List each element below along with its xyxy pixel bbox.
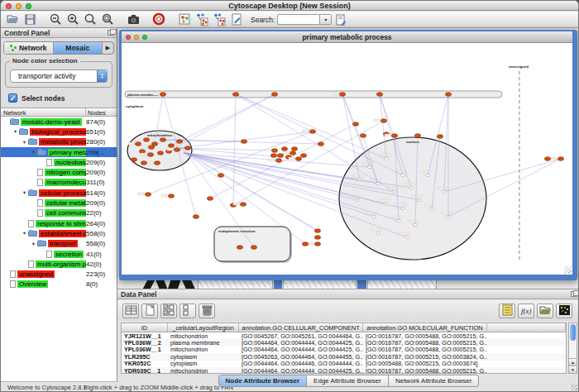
search-config-button[interactable] bbox=[333, 12, 348, 27]
node[interactable] bbox=[148, 146, 154, 150]
layout-2-button[interactable] bbox=[212, 12, 227, 27]
tree-node-label[interactable]: mosaic-demo-yeast bbox=[21, 118, 82, 126]
node[interactable] bbox=[360, 134, 366, 138]
tree-row[interactable]: multi-organism pro42(0) bbox=[1, 259, 117, 269]
node[interactable] bbox=[314, 229, 320, 233]
table-scrollbar[interactable]: ▲▼ bbox=[568, 323, 577, 374]
node[interactable] bbox=[385, 203, 389, 205]
function-builder-button[interactable]: f(x) bbox=[518, 304, 534, 318]
tree-node-label[interactable]: transport bbox=[48, 240, 78, 247]
node[interactable] bbox=[356, 198, 360, 201]
network-close-button[interactable] bbox=[126, 35, 131, 40]
tree-node-label[interactable]: unassigned bbox=[17, 270, 55, 278]
node[interactable] bbox=[318, 142, 323, 146]
node[interactable] bbox=[147, 153, 153, 157]
zoom-in-button[interactable] bbox=[65, 12, 81, 27]
node[interactable] bbox=[131, 158, 136, 162]
tree-row[interactable]: macromolecule311(0) bbox=[1, 178, 117, 188]
node[interactable] bbox=[184, 146, 190, 151]
node[interactable] bbox=[275, 159, 281, 163]
delete-attribute-button[interactable] bbox=[199, 304, 215, 318]
tree-node-label[interactable]: metabolic process bbox=[39, 138, 86, 146]
unselect-attributes-button[interactable] bbox=[179, 304, 196, 318]
node[interactable] bbox=[443, 190, 447, 193]
tree-row[interactable]: ▼transport558(0) bbox=[1, 239, 117, 249]
node[interactable] bbox=[447, 215, 451, 218]
node[interactable] bbox=[405, 236, 409, 238]
node[interactable] bbox=[368, 165, 372, 168]
layout-1-button[interactable] bbox=[194, 12, 210, 27]
node[interactable] bbox=[240, 203, 246, 207]
search-input[interactable] bbox=[277, 14, 320, 25]
tab-network-attribute-browser[interactable]: Network Attribute Browser bbox=[389, 375, 479, 387]
attribute-columns-button[interactable] bbox=[122, 304, 139, 318]
node[interactable] bbox=[445, 93, 451, 97]
tree-node-label[interactable]: primary metabo bbox=[48, 149, 86, 156]
tree-row[interactable]: ▼primary metabo209(... bbox=[1, 147, 117, 157]
node[interactable] bbox=[314, 242, 320, 246]
node[interactable] bbox=[157, 151, 163, 155]
node[interactable] bbox=[339, 93, 345, 97]
tab-mosaic[interactable]: Mosaic bbox=[54, 42, 103, 54]
disclosure-triangle[interactable]: ▼ bbox=[12, 129, 19, 134]
node[interactable] bbox=[401, 207, 405, 209]
tree-row[interactable]: mosaic-demo-yeast874(0) bbox=[1, 117, 117, 127]
disclosure-triangle[interactable]: ▼ bbox=[21, 140, 28, 145]
tree-node-label[interactable]: cellular process bbox=[39, 189, 86, 197]
window-resize-grip[interactable] bbox=[564, 266, 572, 274]
tree-row[interactable]: nitrogen compo209(0) bbox=[1, 167, 117, 177]
node[interactable] bbox=[352, 122, 358, 127]
snapshot-button[interactable] bbox=[126, 12, 141, 27]
node[interactable] bbox=[176, 140, 182, 144]
open-file-button[interactable] bbox=[5, 12, 21, 27]
tree-node-label[interactable]: nucleobase- bbox=[54, 159, 86, 166]
node[interactable] bbox=[376, 93, 382, 97]
table-row[interactable]: YDR039C__1mitochondrion[GO:0044464, GO:0… bbox=[122, 367, 566, 374]
tree-row[interactable]: ▼biological_process651(0) bbox=[1, 127, 117, 136]
network-canvas[interactable]: plasma membranecytoplasmmitochondrionnuc… bbox=[122, 43, 572, 275]
node[interactable] bbox=[141, 161, 146, 165]
node[interactable] bbox=[414, 223, 418, 226]
disclosure-triangle[interactable]: ▼ bbox=[30, 241, 37, 246]
node[interactable] bbox=[241, 140, 246, 144]
disclosure-triangle[interactable]: ▼ bbox=[21, 231, 28, 236]
zoom-out-button[interactable] bbox=[48, 12, 64, 27]
node[interactable] bbox=[391, 134, 397, 138]
help-button[interactable] bbox=[151, 12, 167, 27]
disclosure-triangle[interactable]: ▼ bbox=[30, 150, 37, 155]
select-attributes-button[interactable] bbox=[160, 304, 177, 318]
node[interactable] bbox=[271, 93, 277, 97]
tree-row[interactable]: cell communicat22(0) bbox=[1, 208, 117, 218]
import-attributes-button[interactable] bbox=[537, 304, 553, 318]
node[interactable] bbox=[281, 147, 287, 151]
node[interactable] bbox=[168, 194, 174, 198]
node[interactable] bbox=[372, 215, 376, 218]
tree-node-label[interactable]: establishment of lo bbox=[39, 230, 86, 237]
node[interactable] bbox=[139, 150, 145, 154]
attribute-list-button[interactable] bbox=[499, 304, 515, 318]
node[interactable] bbox=[302, 242, 308, 246]
tree-node-label[interactable]: response to stimulu bbox=[36, 220, 86, 227]
tree-node-label[interactable]: Overview bbox=[17, 280, 48, 288]
column-header[interactable]: ID bbox=[122, 323, 168, 332]
node[interactable] bbox=[193, 215, 199, 219]
tree-row[interactable]: ▼establishment of lo558(0) bbox=[1, 228, 117, 238]
region-nucleus[interactable] bbox=[339, 137, 486, 260]
annotation-button[interactable] bbox=[229, 12, 245, 27]
node[interactable] bbox=[430, 207, 434, 209]
attribute-matrix-button[interactable] bbox=[556, 304, 572, 318]
float-panel-icon[interactable] bbox=[108, 30, 114, 36]
node[interactable] bbox=[232, 93, 238, 97]
node[interactable] bbox=[393, 190, 397, 193]
network-zoom-button[interactable] bbox=[142, 35, 147, 40]
tree-row[interactable]: secretion41(0) bbox=[1, 249, 117, 259]
node[interactable] bbox=[309, 130, 315, 134]
node[interactable] bbox=[145, 193, 151, 197]
node[interactable] bbox=[380, 119, 386, 123]
scroll-up-button[interactable]: ▲ bbox=[569, 358, 577, 366]
node[interactable] bbox=[160, 93, 165, 97]
tree-node-label[interactable]: macromolecule bbox=[45, 179, 86, 186]
tree-row[interactable]: ▼metabolic process280(0) bbox=[1, 137, 117, 147]
more-tabs-button[interactable]: ▶ bbox=[103, 42, 113, 54]
node[interactable] bbox=[437, 135, 443, 139]
